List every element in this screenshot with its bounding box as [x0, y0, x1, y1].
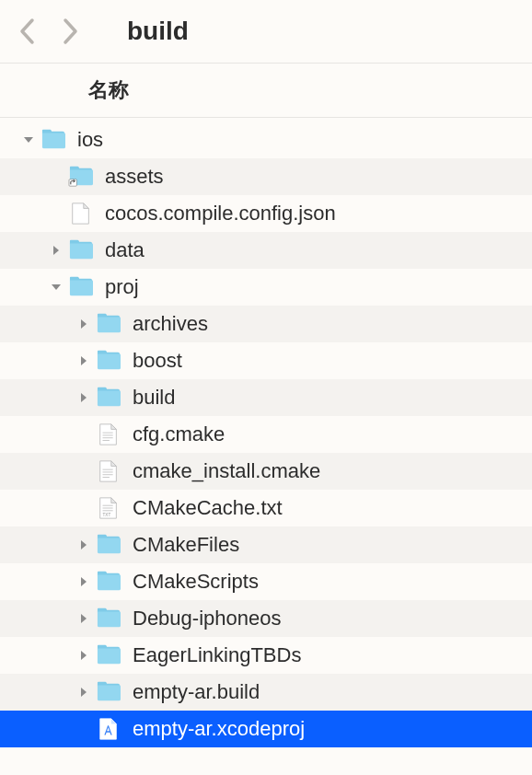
file-xcode-icon [94, 716, 123, 742]
tree-row[interactable]: cfg.cmake [0, 416, 532, 453]
chevron-right-icon[interactable] [74, 355, 94, 366]
chevron-down-icon[interactable] [46, 282, 66, 293]
tree-item-label: boost [133, 349, 182, 373]
tree-item-label: cocos.compile.config.json [105, 202, 336, 226]
file-blank-icon [66, 201, 96, 226]
chevron-right-icon[interactable] [74, 539, 94, 550]
file-text-icon [94, 458, 123, 484]
nav-title: build [127, 17, 189, 46]
tree-item-label: proj [105, 275, 139, 299]
folder-icon [94, 532, 123, 558]
tree-row[interactable]: CMakeFiles [0, 526, 532, 563]
folder-icon [94, 679, 123, 705]
folder-icon [39, 127, 68, 153]
column-name-label: 名称 [88, 78, 129, 101]
folder-icon [94, 385, 123, 411]
file-text-icon [94, 422, 123, 447]
file-txt-icon [94, 495, 123, 521]
tree-item-label: Debug-iphoneos [133, 607, 281, 630]
tree-row[interactable]: archives [0, 306, 532, 342]
tree-item-label: archives [133, 312, 208, 336]
tree-item-label: empty-ar.xcodeproj [133, 717, 305, 741]
folder-icon [66, 274, 96, 300]
chevron-right-icon[interactable] [74, 318, 94, 330]
tree-item-label: CMakeCache.txt [133, 496, 283, 520]
column-header[interactable]: 名称 [0, 64, 532, 117]
tree-row[interactable]: proj [0, 269, 532, 306]
tree-row[interactable]: EagerLinkingTBDs [0, 637, 532, 674]
tree-row[interactable]: data [0, 232, 532, 269]
nav-bar: build [0, 0, 532, 63]
folder-icon [94, 642, 123, 668]
nav-forward-button[interactable] [63, 17, 79, 45]
tree-item-label: data [105, 238, 145, 262]
folder-icon [94, 348, 123, 374]
tree-row[interactable]: build [0, 379, 532, 416]
chevron-down-icon[interactable] [18, 134, 39, 145]
nav-back-button[interactable] [18, 17, 35, 45]
tree-item-label: cfg.cmake [133, 422, 225, 446]
tree-row[interactable]: cmake_install.cmake [0, 453, 532, 490]
chevron-right-icon[interactable] [74, 392, 94, 403]
folder-icon [94, 606, 123, 631]
chevron-right-icon[interactable] [46, 245, 66, 256]
folder-icon [94, 311, 123, 337]
tree-item-label: CMakeScripts [133, 570, 259, 594]
tree-row[interactable]: CMakeCache.txt [0, 490, 532, 526]
tree-row[interactable]: CMakeScripts [0, 563, 532, 600]
tree-row[interactable]: cocos.compile.config.json [0, 195, 532, 232]
chevron-right-icon[interactable] [74, 576, 94, 587]
tree-item-label: EagerLinkingTBDs [133, 643, 301, 667]
folder-icon [66, 237, 96, 263]
tree-item-label: CMakeFiles [133, 533, 239, 557]
tree-row[interactable]: empty-ar.xcodeproj [0, 711, 532, 747]
tree-row[interactable]: assets [0, 158, 532, 195]
chevron-right-icon[interactable] [74, 687, 94, 698]
chevron-right-icon[interactable] [74, 650, 94, 661]
tree-row[interactable]: Debug-iphoneos [0, 600, 532, 637]
tree-row[interactable]: empty-ar.build [0, 674, 532, 711]
folder-alias-icon [66, 164, 96, 190]
tree-item-label: empty-ar.build [133, 680, 260, 704]
tree-row[interactable]: boost [0, 342, 532, 379]
tree-item-label: assets [105, 165, 164, 189]
tree-item-label: cmake_install.cmake [133, 459, 320, 483]
file-tree: iosassetscocos.compile.config.jsondatapr… [0, 118, 532, 747]
tree-row[interactable]: ios [0, 121, 532, 158]
folder-icon [94, 569, 123, 595]
tree-item-label: ios [77, 128, 103, 152]
chevron-right-icon[interactable] [74, 613, 94, 624]
tree-item-label: build [133, 386, 175, 410]
